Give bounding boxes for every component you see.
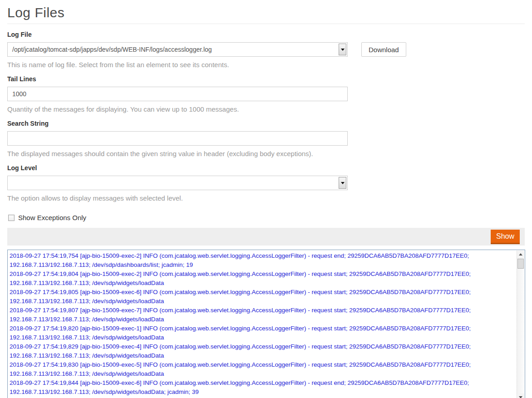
log-file-select-value: /opt/jcatalog/tomcat-sdp/japps/dev/sdp/W… — [12, 46, 212, 53]
log-file-label: Log File — [7, 31, 525, 38]
log-output-box[interactable]: 2018-09-27 17:54:19,754 [ajp-bio-15009-e… — [7, 250, 525, 398]
chevron-down-icon[interactable] — [339, 177, 346, 189]
log-level-label: Log Level — [7, 164, 525, 172]
log-level-help: The option allows to display messages wi… — [7, 194, 525, 202]
log-line: 2018-09-27 17:54:19,830 [ajp-bio-15009-e… — [10, 360, 515, 369]
log-line: 192.168.7.113/192.168.7.113; /dev/sdp/wi… — [10, 351, 515, 360]
log-lines: 2018-09-27 17:54:19,754 [ajp-bio-15009-e… — [8, 250, 517, 398]
log-scrollbar[interactable] — [517, 251, 524, 398]
show-exceptions-label: Show Exceptions Only — [18, 214, 86, 221]
show-exceptions-row: Show Exceptions Only — [7, 214, 525, 221]
tail-lines-help: Quantity of the messages for displaying.… — [7, 105, 525, 113]
log-line: 2018-09-27 17:54:19,829 [ajp-bio-15009-e… — [10, 342, 515, 351]
search-string-field: Search String The displayed messages sho… — [7, 120, 525, 157]
title-divider — [7, 24, 525, 24]
log-line: 192.168.7.113/192.168.7.113; /dev/sdp/wi… — [10, 297, 515, 306]
scrollbar-up-icon[interactable] — [517, 251, 524, 258]
log-line: 192.168.7.113/192.168.7.113; /dev/sdp/wi… — [10, 369, 515, 378]
chevron-down-icon[interactable] — [339, 44, 346, 55]
action-bar: Show — [7, 228, 525, 246]
download-button[interactable]: Download — [361, 42, 406, 57]
tail-lines-input[interactable] — [7, 87, 348, 101]
log-line: 2018-09-27 17:54:19,754 [ajp-bio-15009-e… — [10, 251, 515, 260]
log-file-field: Log File /opt/jcatalog/tomcat-sdp/japps/… — [7, 31, 525, 69]
log-line: 192.168.7.113/192.168.7.113; /dev/sdp/wi… — [10, 315, 515, 324]
log-line: 192.168.7.113/192.168.7.113; /dev/sdp/da… — [10, 260, 515, 270]
scrollbar-down-icon[interactable] — [517, 393, 524, 398]
show-button[interactable]: Show — [491, 230, 520, 244]
log-line: 2018-09-27 17:54:19,820 [ajp-bio-15009-e… — [10, 324, 515, 333]
log-files-page: Log Files Log File /opt/jcatalog/tomcat-… — [7, 0, 525, 398]
show-exceptions-checkbox[interactable] — [8, 215, 15, 221]
log-level-select[interactable] — [7, 176, 348, 190]
tail-lines-field: Tail Lines Quantity of the messages for … — [7, 75, 525, 113]
search-string-input[interactable] — [7, 131, 348, 146]
log-line: 2018-09-27 17:54:19,804 [ajp-bio-15009-e… — [10, 270, 515, 279]
log-file-help: This is name of log file. Select from th… — [7, 61, 525, 69]
log-line: 2018-09-27 17:54:19,805 [ajp-bio-15009-e… — [10, 288, 515, 297]
search-string-help: The displayed messages should contain th… — [7, 150, 525, 157]
page-title: Log Files — [7, 5, 525, 21]
log-line: 192.168.7.113/192.168.7.113; /dev/sdp/wi… — [10, 388, 515, 397]
log-line: 192.168.7.113/192.168.7.113; /dev/sdp/wi… — [10, 333, 515, 342]
search-string-label: Search String — [7, 120, 525, 127]
tail-lines-label: Tail Lines — [7, 75, 525, 83]
log-line: 192.168.7.113/192.168.7.113; /dev/sdp/wi… — [10, 279, 515, 288]
log-line: 2018-09-27 17:54:19,807 [ajp-bio-15009-e… — [10, 306, 515, 315]
log-line: 2018-09-27 17:54:19,844 [ajp-bio-15009-e… — [10, 378, 515, 388]
scrollbar-thumb[interactable] — [517, 259, 524, 269]
log-file-select[interactable]: /opt/jcatalog/tomcat-sdp/japps/dev/sdp/W… — [7, 42, 348, 57]
log-level-field: Log Level The option allows to display m… — [7, 164, 525, 202]
